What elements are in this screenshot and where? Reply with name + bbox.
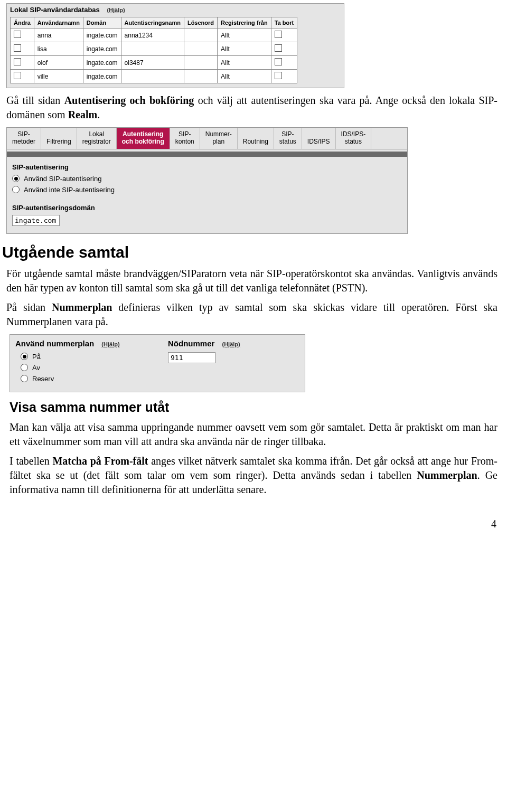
text-bold: Matcha på From-fält	[52, 455, 148, 467]
table-row: lisa ingate.com Allt	[11, 42, 297, 56]
tab-routning[interactable]: Routning	[238, 128, 274, 149]
text: SIP-	[179, 130, 191, 138]
nummerplan-col: Använd nummerplan (Hjälp) På Av Reserv	[15, 339, 147, 384]
tab-sip-status[interactable]: SIP-status	[274, 128, 302, 149]
table-row: olof ingate.com ol3487 Allt	[11, 56, 297, 70]
delete-checkbox[interactable]	[275, 31, 282, 38]
tab-sip-konton[interactable]: SIP-konton	[170, 128, 200, 149]
tab-bar: SIP-metoder Filtrering Lokalregistrator …	[6, 127, 408, 149]
para-utgaende-2: På sidan Nummerplan definieras vilken ty…	[6, 300, 497, 329]
radio-label: Använd SIP-autentisering	[24, 175, 101, 183]
user-db-title: Lokal SIP-användardatabas (Hjälp)	[7, 4, 344, 17]
cell-domain: ingate.com	[83, 70, 121, 83]
nodnummer-input[interactable]: 911	[168, 352, 215, 363]
auth-domain-title: SIP-autentiseringsdomän	[7, 201, 407, 214]
delete-checkbox[interactable]	[275, 44, 282, 52]
cell-user: lisa	[34, 42, 83, 56]
auth-title: SIP-autentisering	[7, 160, 407, 173]
auth-panel: SIP-autentisering Använd SIP-autentiseri…	[6, 149, 408, 234]
text: Lokal	[89, 130, 104, 138]
tab-sip-metoder[interactable]: SIP-metoder	[7, 128, 41, 149]
delete-checkbox[interactable]	[275, 72, 282, 79]
cell-auth: anna1234	[121, 29, 184, 42]
radio-pa[interactable]: På	[15, 351, 147, 362]
text-bold: Nummerplan	[52, 301, 112, 313]
tab-nummerplan[interactable]: Nummer-plan	[200, 128, 238, 149]
text: och bokföring	[122, 138, 164, 145]
cell-user: ville	[34, 70, 83, 83]
col-edit: Ändra	[11, 17, 34, 29]
text: konton	[175, 138, 194, 145]
user-db-table: Ändra Användarnamn Domän Autentiseringsn…	[10, 17, 297, 83]
text: metoder	[12, 138, 35, 145]
cell-pass	[184, 56, 217, 70]
cell-auth	[121, 42, 184, 56]
help-link[interactable]: (Hjälp)	[222, 341, 240, 347]
radio-label: Använd inte SIP-autentisering	[24, 186, 115, 194]
cell-domain: ingate.com	[83, 42, 121, 56]
para-auth: Gå till sidan Autentisering och bokförin…	[6, 93, 497, 122]
radio-icon	[21, 353, 28, 360]
auth-domain-input[interactable]: ingate.com	[12, 215, 60, 226]
radio-no-auth[interactable]: Använd inte SIP-autentisering	[7, 184, 407, 195]
text-bold: Autentisering och bokföring	[64, 95, 194, 106]
edit-checkbox[interactable]	[14, 44, 21, 52]
col-domain: Domän	[83, 17, 121, 29]
tab-filtrering[interactable]: Filtrering	[41, 128, 77, 149]
cell-user: olof	[34, 56, 83, 70]
radio-label: På	[32, 353, 41, 361]
cell-reg: Allt	[218, 29, 271, 42]
edit-checkbox[interactable]	[14, 72, 21, 79]
table-header-row: Ändra Användarnamn Domän Autentiseringsn…	[11, 17, 297, 29]
cell-pass	[184, 29, 217, 42]
col-password: Lösenord	[184, 17, 217, 29]
para-utgaende-1: För utgående samtal måste brandväggen/SI…	[6, 267, 497, 295]
panel-title-text: Lokal SIP-användardatabas	[10, 6, 100, 14]
delete-checkbox[interactable]	[275, 58, 282, 65]
edit-checkbox[interactable]	[14, 58, 21, 65]
title-text: Använd nummerplan	[15, 339, 94, 348]
text: Filtrering	[46, 138, 71, 145]
radio-av[interactable]: Av	[15, 362, 147, 373]
page-number: 4	[0, 518, 496, 530]
radio-icon	[21, 364, 28, 371]
tab-lokal-registrator[interactable]: Lokalregistrator	[77, 128, 117, 149]
help-link[interactable]: (Hjälp)	[101, 341, 119, 347]
radio-icon	[21, 375, 28, 382]
text: plan	[212, 138, 224, 145]
help-link[interactable]: (Hjälp)	[107, 7, 125, 13]
heading-visa-samma: Visa samma nummer utåt	[10, 400, 501, 415]
cell-reg: Allt	[218, 70, 271, 83]
text-bold: Nummerplan	[417, 469, 477, 481]
text: .	[97, 109, 100, 120]
edit-checkbox[interactable]	[14, 31, 21, 38]
radio-label: Reserv	[32, 375, 54, 383]
tab-ids-ips[interactable]: IDS/IPS	[302, 128, 336, 149]
text: Nummer-	[205, 130, 232, 138]
radio-use-auth[interactable]: Använd SIP-autentisering	[7, 173, 407, 184]
divider-bar	[7, 152, 407, 157]
cell-auth: ol3487	[121, 56, 184, 70]
cell-domain: ingate.com	[83, 56, 121, 70]
text: Routning	[243, 138, 268, 145]
text: I tabellen	[10, 455, 52, 467]
nodnummer-col: Nödnummer (Hjälp) 911	[168, 339, 299, 384]
nummerplan-title: Använd nummerplan (Hjälp)	[15, 339, 147, 348]
radio-dot-icon	[14, 177, 18, 181]
nodnummer-title: Nödnummer (Hjälp)	[168, 339, 299, 348]
col-authname: Autentiseringsnamn	[121, 17, 184, 29]
tab-ids-ips-status[interactable]: IDS/IPS-status	[336, 128, 372, 149]
table-row: ville ingate.com Allt	[11, 70, 297, 83]
cell-user: anna	[34, 29, 83, 42]
title-text: Nödnummer	[168, 339, 214, 348]
table-row: anna ingate.com anna1234 Allt	[11, 29, 297, 42]
para-visa-1: Man kan välja att visa samma uppringande…	[10, 420, 497, 449]
text: registrator	[82, 138, 111, 145]
text: IDS/IPS-	[341, 130, 366, 138]
radio-icon	[12, 186, 20, 193]
cell-pass	[184, 42, 217, 56]
col-delete: Ta bort	[271, 17, 297, 29]
radio-label: Av	[32, 364, 40, 372]
radio-reserv[interactable]: Reserv	[15, 373, 147, 384]
tab-autentisering[interactable]: Autentiseringoch bokföring	[117, 128, 170, 149]
